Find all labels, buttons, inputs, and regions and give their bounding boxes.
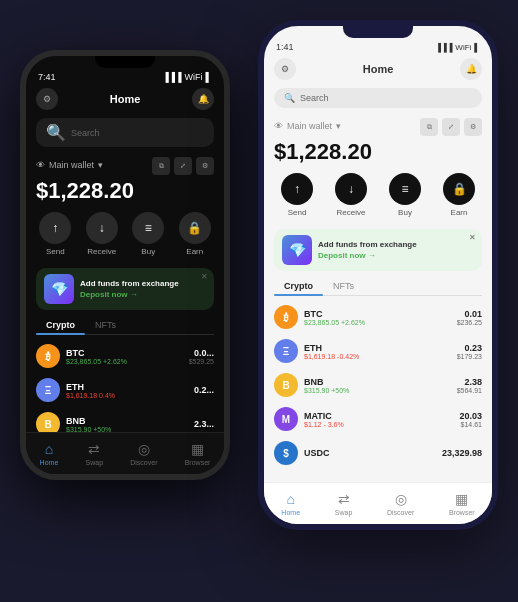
light-wallet-row-icons: ⧉ ⤢ ⚙ <box>420 118 482 136</box>
light-btc-item[interactable]: ₿ BTC $23,865.05 +2.62% 0.01 $236.25 <box>264 300 492 334</box>
dark-wallet-section: 👁 Main wallet ▾ ⧉ ⤢ ⚙ $1,228.20 ↑ Send ↓ <box>26 151 224 268</box>
dark-buy-btn[interactable]: ≡ Buy <box>129 212 168 256</box>
dark-buy-icon: ≡ <box>132 212 164 244</box>
dark-eth-item[interactable]: Ξ ETH $1,619.18 0.4% 0.2... <box>26 373 224 407</box>
dark-banner-link[interactable]: Deposit now → <box>80 290 206 299</box>
light-matic-detail: $1.12 - 3.6% <box>304 421 453 428</box>
light-bnb-detail: $315.90 +50% <box>304 387 451 394</box>
light-nav-browser[interactable]: ▦ Browser <box>449 491 475 516</box>
light-bnb-item[interactable]: B BNB $315.90 +50% 2.38 $564.91 <box>264 368 492 402</box>
dark-usdc-item[interactable]: $ USDC 23,329.9... <box>26 475 224 480</box>
light-eth-detail: $1,619.18 -0.42% <box>304 353 451 360</box>
light-tab-nfts[interactable]: NFTs <box>323 277 364 295</box>
dark-btc-detail: $23,865.05 +2.62% <box>66 358 183 365</box>
light-notif-icon[interactable]: 🔔 <box>460 58 482 80</box>
dark-tabs: Crypto NFTs <box>36 316 214 335</box>
dark-discover-label: Discover <box>130 459 157 466</box>
light-home-icon: ⌂ <box>286 491 294 507</box>
light-header-title: Home <box>363 63 394 75</box>
dark-eth-icon: Ξ <box>36 378 60 402</box>
light-matic-item[interactable]: M MATIC $1.12 - 3.6% 20.03 $14.61 <box>264 402 492 436</box>
light-banner-link[interactable]: Deposit now → <box>318 251 474 260</box>
dark-expand-icon[interactable]: ⤢ <box>174 157 192 175</box>
light-banner: 💎 Add funds from exchange Deposit now → … <box>274 229 482 271</box>
dark-buy-label: Buy <box>141 247 155 256</box>
light-copy-icon[interactable]: ⧉ <box>420 118 438 136</box>
light-eth-item[interactable]: Ξ ETH $1,619.18 -0.42% 0.23 $179.23 <box>264 334 492 368</box>
dark-btc-name: BTC <box>66 348 183 358</box>
dark-bottom-nav: ⌂ Home ⇄ Swap ◎ Discover ▦ Browser <box>26 432 224 474</box>
light-settings2-icon[interactable]: ⚙ <box>464 118 482 136</box>
light-nav-swap[interactable]: ⇄ Swap <box>335 491 353 516</box>
dark-receive-label: Receive <box>87 247 116 256</box>
light-search-bar[interactable]: 🔍 Search <box>274 88 482 108</box>
dark-eth-value: 0.2... <box>194 385 214 395</box>
light-send-btn[interactable]: ↑ Send <box>274 173 320 217</box>
dark-receive-icon: ↓ <box>86 212 118 244</box>
dark-header-title: Home <box>110 93 141 105</box>
light-usdc-item[interactable]: $ USDC 23,329.98 <box>264 436 492 470</box>
light-eth-amount: 0.23 <box>457 343 482 353</box>
light-settings-icon[interactable]: ⚙ <box>274 58 296 80</box>
light-battery-icon: ▌ <box>474 43 480 52</box>
phones-container: 7:41 ▐▐▐ WiFi ▌ ⚙ Home 🔔 🔍 Search 👁 Main… <box>0 0 518 602</box>
dark-btc-amount: 0.0... <box>189 348 214 358</box>
dark-earn-btn[interactable]: 🔒 Earn <box>176 212 215 256</box>
dark-notch <box>95 56 155 68</box>
light-usdc-value: 23,329.98 <box>442 448 482 458</box>
dark-search-icon: 🔍 <box>46 123 66 142</box>
dark-status-bar: 7:41 ▐▐▐ WiFi ▌ <box>26 68 224 84</box>
dark-notif-icon[interactable]: 🔔 <box>192 88 214 110</box>
light-wallet-amount: $1,228.20 <box>274 139 482 165</box>
light-dropdown-icon: ▾ <box>336 121 341 131</box>
dark-nav-swap[interactable]: ⇄ Swap <box>86 441 104 466</box>
dark-banner-close[interactable]: ✕ <box>201 272 208 281</box>
light-expand-icon[interactable]: ⤢ <box>442 118 460 136</box>
light-status-icons: ▐▐▐ WiFi ▌ <box>435 43 480 52</box>
dark-search-placeholder: Search <box>71 128 100 138</box>
light-bnb-name: BNB <box>304 377 451 387</box>
light-bnb-info: BNB $315.90 +50% <box>304 377 451 394</box>
light-matic-usd: $14.61 <box>459 421 482 428</box>
light-btc-icon: ₿ <box>274 305 298 329</box>
dark-tab-crypto[interactable]: Crypto <box>36 316 85 334</box>
light-discover-icon: ◎ <box>395 491 407 507</box>
dark-btc-info: BTC $23,865.05 +2.62% <box>66 348 183 365</box>
dark-eth-detail: $1,619.18 0.4% <box>66 392 188 399</box>
light-buy-btn[interactable]: ≡ Buy <box>382 173 428 217</box>
dark-search-bar[interactable]: 🔍 Search <box>36 118 214 147</box>
light-matic-info: MATIC $1.12 - 3.6% <box>304 411 453 428</box>
light-receive-btn[interactable]: ↓ Receive <box>328 173 374 217</box>
dark-home-icon: ⌂ <box>45 441 53 457</box>
light-earn-btn[interactable]: 🔒 Earn <box>436 173 482 217</box>
dark-nav-discover[interactable]: ◎ Discover <box>130 441 157 466</box>
light-crypto-list: ₿ BTC $23,865.05 +2.62% 0.01 $236.25 Ξ E… <box>264 300 492 470</box>
dark-wallet-header-row: 👁 Main wallet ▾ ⧉ ⤢ ⚙ <box>36 157 214 175</box>
dark-wallet-label: 👁 Main wallet ▾ <box>36 160 103 170</box>
dark-tab-nfts[interactable]: NFTs <box>85 316 126 334</box>
dark-settings2-icon[interactable]: ⚙ <box>196 157 214 175</box>
dark-settings-icon[interactable]: ⚙ <box>36 88 58 110</box>
light-banner-close[interactable]: ✕ <box>469 233 476 242</box>
dark-copy-icon[interactable]: ⧉ <box>152 157 170 175</box>
dark-phone: 7:41 ▐▐▐ WiFi ▌ ⚙ Home 🔔 🔍 Search 👁 Main… <box>20 50 230 480</box>
light-banner-text: Add funds from exchange Deposit now → <box>318 240 474 260</box>
dark-send-btn[interactable]: ↑ Send <box>36 212 75 256</box>
light-nav-discover[interactable]: ◎ Discover <box>387 491 414 516</box>
light-tab-crypto[interactable]: Crypto <box>274 277 323 295</box>
light-bottom-nav: ⌂ Home ⇄ Swap ◎ Discover ▦ Browser <box>264 482 492 524</box>
light-nav-home[interactable]: ⌂ Home <box>281 491 300 516</box>
dark-banner-img: 💎 <box>44 274 74 304</box>
light-btc-info: BTC $23,865.05 +2.62% <box>304 309 451 326</box>
light-wallet-actions: ↑ Send ↓ Receive ≡ Buy 🔒 Earn <box>274 173 482 217</box>
light-btc-usd: $236.25 <box>457 319 482 326</box>
signal-icon: ▐▐▐ <box>162 72 181 82</box>
dark-earn-label: Earn <box>186 247 203 256</box>
dark-bnb-value: 2.3... <box>194 419 214 429</box>
dark-btc-item[interactable]: ₿ BTC $23,865.05 +2.62% 0.0... $529.25 <box>26 339 224 373</box>
dark-send-label: Send <box>46 247 65 256</box>
dark-receive-btn[interactable]: ↓ Receive <box>83 212 122 256</box>
dark-banner: 💎 Add funds from exchange Deposit now → … <box>36 268 214 310</box>
dark-nav-browser[interactable]: ▦ Browser <box>185 441 211 466</box>
dark-nav-home[interactable]: ⌂ Home <box>40 441 59 466</box>
